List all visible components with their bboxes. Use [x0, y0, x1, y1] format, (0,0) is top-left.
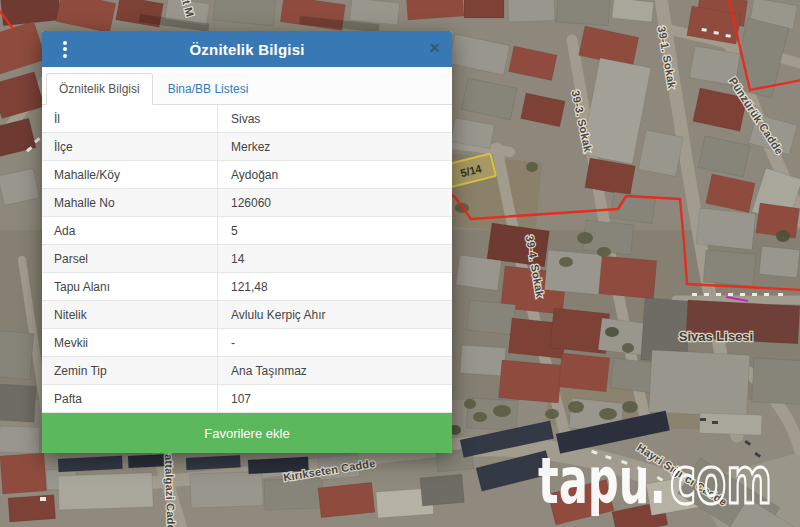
row-label: Mahalle/Köy [42, 161, 218, 188]
app-viewport: 5/14 39-1. Sokak 39-3. Sokak 39-4. Sokak… [0, 0, 800, 527]
row-label: Ada [42, 217, 218, 244]
tapu-watermark: tapu. com [538, 444, 772, 518]
add-to-favorites-button[interactable]: Favorilere ekle [42, 413, 452, 453]
table-row: İlçe Merkez [42, 133, 452, 161]
row-value: - [218, 329, 452, 356]
dialog-title: Öznitelik Bilgisi [42, 41, 452, 58]
attribute-table: İl Sivas İlçe Merkez Mahalle/Köy Aydoğan… [42, 105, 452, 413]
dialog-tabbar: Öznitelik Bilgisi Bina/BB Listesi [42, 67, 452, 105]
row-label: Pafta [42, 385, 218, 412]
table-row: İl Sivas [42, 105, 452, 133]
row-label: Zemin Tip [42, 357, 218, 384]
row-value: 121,48 [218, 273, 452, 300]
tab-oznitelik-bilgisi[interactable]: Öznitelik Bilgisi [46, 73, 153, 105]
row-label: İl [42, 105, 218, 132]
row-value: Sivas [218, 105, 452, 132]
row-value: 14 [218, 245, 452, 272]
table-row: Tapu Alanı 121,48 [42, 273, 452, 301]
table-row: Parsel 14 [42, 245, 452, 273]
row-label: Parsel [42, 245, 218, 272]
watermark-outline-text: com [670, 444, 772, 518]
table-row: Nitelik Avlulu Kerpiç Ahır [42, 301, 452, 329]
row-value: Ana Taşınmaz [218, 357, 452, 384]
row-value: Avlulu Kerpiç Ahır [218, 301, 452, 328]
row-label: Tapu Alanı [42, 273, 218, 300]
table-row: Ada 5 [42, 217, 452, 245]
watermark-solid-text: tapu. [538, 444, 666, 518]
row-value: 107 [218, 385, 452, 412]
menu-dots-icon[interactable] [58, 39, 72, 59]
tab-bina-bb-listesi[interactable]: Bina/BB Listesi [155, 73, 262, 105]
close-icon[interactable]: × [429, 37, 440, 59]
row-value: 126060 [218, 189, 452, 216]
row-label: Mahalle No [42, 189, 218, 216]
row-label: İlçe [42, 133, 218, 160]
row-label: Nitelik [42, 301, 218, 328]
row-value: Aydoğan [218, 161, 452, 188]
row-label: Mevkii [42, 329, 218, 356]
table-row: Mahalle No 126060 [42, 189, 452, 217]
place-label: Sivas Lisesi [679, 329, 753, 344]
row-value: 5 [218, 217, 452, 244]
table-row: Pafta 107 [42, 385, 452, 413]
table-row: Mahalle/Köy Aydoğan [42, 161, 452, 189]
attribute-dialog: Öznitelik Bilgisi × Öznitelik Bilgisi Bi… [42, 31, 452, 453]
row-value: Merkez [218, 133, 452, 160]
table-row: Mevkii - [42, 329, 452, 357]
dialog-header[interactable]: Öznitelik Bilgisi × [42, 31, 452, 67]
table-row: Zemin Tip Ana Taşınmaz [42, 357, 452, 385]
